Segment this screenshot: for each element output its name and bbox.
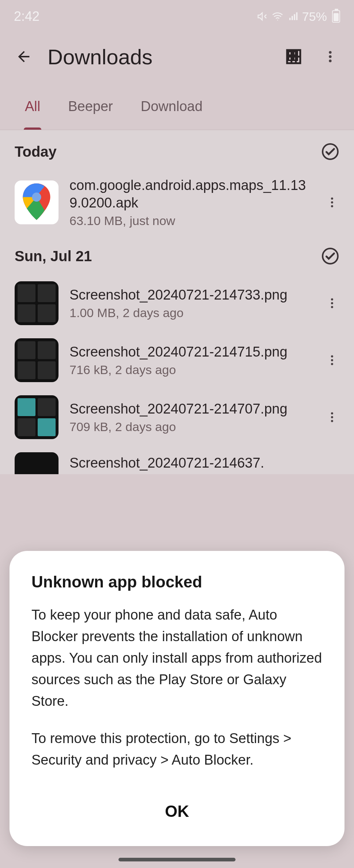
svg-point-6 (329, 60, 331, 62)
svg-point-5 (329, 55, 331, 58)
svg-point-18 (331, 363, 333, 365)
file-row[interactable]: Screenshot_20240721-214707.png 709 kB, 2… (0, 389, 354, 446)
status-icons: 75% (257, 9, 340, 24)
svg-point-13 (331, 298, 333, 301)
section-header-sun: Sun, Jul 21 (0, 235, 354, 275)
svg-point-16 (331, 355, 333, 358)
file-thumbnail (15, 338, 59, 382)
maps-pin-icon (23, 183, 50, 221)
file-row[interactable]: Screenshot_20240721-214733.png 1.00 MB, … (0, 275, 354, 332)
file-row[interactable]: Screenshot_20240721-214715.png 716 kB, 2… (0, 332, 354, 389)
file-info: Screenshot_20240721-214733.png 1.00 MB, … (69, 286, 310, 320)
tabs: All Beeper Download (0, 88, 354, 130)
dialog-body-1: To keep your phone and data safe, Auto B… (31, 604, 323, 712)
file-row[interactable]: Screenshot_20240721-214637. (0, 446, 354, 474)
dialog-body-2: To remove this protection, go to Setting… (31, 728, 323, 771)
tab-beeper[interactable]: Beeper (54, 88, 127, 130)
file-info: Screenshot_20240721-214707.png 709 kB, 2… (69, 400, 310, 434)
battery-pct: 75% (302, 9, 327, 24)
section-header-today: Today (0, 130, 354, 170)
file-thumbnail (15, 281, 59, 325)
select-all-icon[interactable] (321, 247, 339, 265)
svg-point-21 (331, 420, 333, 422)
file-more-button[interactable] (321, 191, 343, 213)
more-vert-icon (325, 411, 339, 424)
page-title: Downloads (48, 45, 270, 69)
file-name: Screenshot_20240721-214733.png (69, 286, 310, 304)
svg-point-10 (331, 201, 333, 203)
grid-icon (285, 48, 302, 65)
battery-icon (332, 10, 340, 23)
svg-point-17 (331, 359, 333, 361)
file-thumbnail (15, 180, 59, 224)
file-info: Screenshot_20240721-214715.png 716 kB, 2… (69, 343, 310, 377)
more-vert-icon (323, 49, 338, 64)
file-info: com.google.android.apps.maps_11.139.0200… (69, 177, 310, 228)
file-list: Today com.google.android.apps.maps_11.13… (0, 130, 354, 474)
file-meta: 1.00 MB, 2 days ago (69, 306, 310, 320)
back-button[interactable] (11, 44, 37, 69)
file-name: Screenshot_20240721-214715.png (69, 343, 310, 361)
signal-icon (287, 11, 298, 22)
svg-point-8 (32, 193, 41, 202)
tab-download[interactable]: Download (127, 88, 216, 130)
file-thumbnail (15, 395, 59, 439)
grid-view-button[interactable] (281, 44, 306, 69)
more-vert-icon (325, 354, 339, 367)
arrow-left-icon (15, 48, 32, 65)
section-title: Sun, Jul 21 (15, 248, 92, 264)
svg-point-15 (331, 306, 333, 308)
select-all-icon[interactable] (321, 142, 339, 161)
file-more-button[interactable] (321, 349, 343, 371)
file-row[interactable]: com.google.android.apps.maps_11.139.0200… (0, 170, 354, 235)
dialog-ok-button[interactable]: OK (31, 787, 323, 831)
mute-icon (257, 11, 268, 22)
more-vert-icon (325, 297, 339, 310)
svg-point-9 (331, 198, 333, 200)
file-name: Screenshot_20240721-214637. (69, 454, 343, 472)
app-bar: Downloads (0, 33, 354, 88)
wifi-icon (271, 11, 284, 22)
file-meta: 709 kB, 2 days ago (69, 420, 310, 434)
unknown-app-dialog: Unknown app blocked To keep your phone a… (10, 551, 344, 846)
svg-point-4 (329, 51, 331, 54)
file-thumbnail (15, 452, 59, 474)
dialog-title: Unknown app blocked (31, 573, 323, 591)
tab-all[interactable]: All (11, 88, 54, 130)
nav-handle[interactable] (118, 858, 236, 861)
file-more-button[interactable] (321, 292, 343, 314)
svg-point-11 (331, 205, 333, 208)
more-vert-icon (325, 196, 339, 209)
more-button[interactable] (317, 44, 343, 69)
svg-point-19 (331, 412, 333, 415)
svg-point-14 (331, 302, 333, 304)
file-more-button[interactable] (321, 406, 343, 428)
file-name: com.google.android.apps.maps_11.139.0200… (69, 177, 310, 212)
file-name: Screenshot_20240721-214707.png (69, 400, 310, 418)
file-meta: 63.10 MB, just now (69, 214, 310, 228)
svg-point-20 (331, 416, 333, 418)
file-info: Screenshot_20240721-214637. (69, 454, 343, 472)
section-title: Today (15, 144, 57, 160)
status-bar: 2:42 75% (0, 0, 354, 33)
dialog-body: To keep your phone and data safe, Auto B… (31, 604, 323, 771)
status-time: 2:42 (14, 9, 39, 24)
file-meta: 716 kB, 2 days ago (69, 363, 310, 377)
